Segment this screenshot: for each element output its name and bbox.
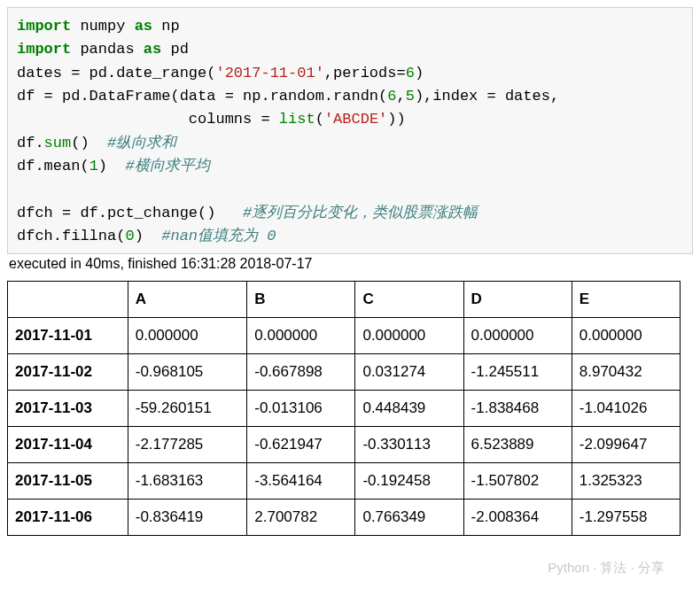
column-header: C <box>355 282 463 318</box>
output-table: A B C D E 2017-11-01 0.000000 0.000000 0… <box>7 281 681 536</box>
code-text: numpy <box>71 18 134 35</box>
code-text: ( <box>315 111 324 128</box>
table-cell: -59.260151 <box>128 391 247 427</box>
number-literal: 6 <box>406 65 415 81</box>
comment: #横向求平均 <box>125 158 209 174</box>
code-cell: import numpy as np import pandas as pd d… <box>7 7 693 254</box>
code-text: ) <box>135 228 162 244</box>
kw-as: as <box>135 18 152 35</box>
table-cell: 0.000000 <box>572 318 680 354</box>
table-cell: 0.000000 <box>355 318 463 354</box>
row-index: 2017-11-06 <box>8 500 128 536</box>
table-cell: -1.838468 <box>463 391 572 427</box>
string-literal: 'ABCDE' <box>324 111 387 128</box>
row-index: 2017-11-03 <box>8 391 128 427</box>
table-cell: -0.968105 <box>128 354 247 391</box>
builtin-list: list <box>279 111 315 128</box>
table-cell: -2.008364 <box>463 500 572 536</box>
column-header: B <box>247 282 355 318</box>
comment: #纵向求和 <box>107 135 176 151</box>
table-cell: -2.177285 <box>128 427 247 463</box>
kw-import: import <box>17 41 71 58</box>
table-row: 2017-11-06 -0.836419 2.700782 0.766349 -… <box>8 500 681 536</box>
string-literal: '2017-11-01' <box>215 65 323 81</box>
table-cell: -1.041026 <box>572 391 680 427</box>
table-cell: -0.621947 <box>247 427 355 463</box>
table-cell: 0.000000 <box>463 318 572 354</box>
table-cell: -0.667898 <box>247 354 355 391</box>
row-index: 2017-11-04 <box>8 427 128 463</box>
table-cell: -2.099647 <box>572 427 680 463</box>
number-literal: 1 <box>89 158 98 174</box>
table-cell: 8.970432 <box>572 354 680 391</box>
code-text: )) <box>387 111 405 128</box>
column-header: D <box>463 282 572 318</box>
table-cell: 0.031274 <box>355 354 463 391</box>
table-cell: -1.245511 <box>463 354 572 391</box>
code-text: ,periods= <box>324 65 406 81</box>
code-text: ) <box>98 158 126 174</box>
code-text: ) <box>415 65 424 81</box>
kw-as: as <box>144 41 161 58</box>
table-cell: -0.330113 <box>355 427 463 463</box>
code-text: dfch.fillna( <box>17 228 125 244</box>
column-header: E <box>572 282 680 318</box>
number-literal: 0 <box>125 228 134 244</box>
code-text: df = pd.DataFrame(data = np.random.randn… <box>17 88 387 105</box>
table-cell: 0.448439 <box>355 391 463 427</box>
table-cell: -0.192458 <box>355 463 463 500</box>
code-text: dates = pd.date_range( <box>17 65 215 81</box>
table-row: 2017-11-02 -0.968105 -0.667898 0.031274 … <box>8 354 681 391</box>
number-literal: 5 <box>406 88 415 105</box>
table-cell: 0.000000 <box>247 318 355 354</box>
table-cell: 0.000000 <box>128 318 247 354</box>
code-text: pandas <box>71 41 144 58</box>
table-row: 2017-11-03 -59.260151 -0.013106 0.448439… <box>8 391 681 427</box>
code-text: columns = <box>17 111 279 128</box>
comment: #nan值填充为 0 <box>161 228 276 244</box>
code-text: , <box>396 88 405 105</box>
code-text: pd <box>161 41 189 58</box>
table-cell: -3.564164 <box>247 463 355 500</box>
table-corner-cell <box>8 282 128 318</box>
code-text: dfch = df.pct_change() <box>17 205 243 221</box>
row-index: 2017-11-01 <box>8 318 128 354</box>
table-cell: -0.836419 <box>128 500 247 536</box>
table-row: 2017-11-05 -1.683163 -3.564164 -0.192458… <box>8 463 681 500</box>
number-literal: 6 <box>387 88 396 105</box>
table-cell: -1.683163 <box>128 463 247 500</box>
column-header: A <box>128 282 247 318</box>
row-index: 2017-11-05 <box>8 463 128 500</box>
table-cell: 2.700782 <box>247 500 355 536</box>
code-text: () <box>71 135 107 151</box>
execution-status: executed in 40ms, finished 16:31:28 2018… <box>7 254 693 275</box>
code-text: np <box>152 18 180 35</box>
table-cell: -0.013106 <box>247 391 355 427</box>
table-cell: 1.325323 <box>572 463 680 500</box>
table-header-row: A B C D E <box>8 282 681 318</box>
comment: #逐列百分比变化，类似股票涨跌幅 <box>243 205 478 221</box>
table-cell: -1.507802 <box>463 463 572 500</box>
table-cell: 6.523889 <box>463 427 572 463</box>
table-row: 2017-11-04 -2.177285 -0.621947 -0.330113… <box>8 427 681 463</box>
table-cell: 0.766349 <box>355 500 463 536</box>
kw-import: import <box>17 18 71 35</box>
row-index: 2017-11-02 <box>8 354 128 391</box>
code-text: ),index = dates, <box>415 88 559 105</box>
table-cell: -1.297558 <box>572 500 680 536</box>
code-text: df.mean( <box>17 158 89 174</box>
method-sum: sum <box>44 135 72 151</box>
code-text: df. <box>17 135 44 151</box>
table-row: 2017-11-01 0.000000 0.000000 0.000000 0.… <box>8 318 681 354</box>
